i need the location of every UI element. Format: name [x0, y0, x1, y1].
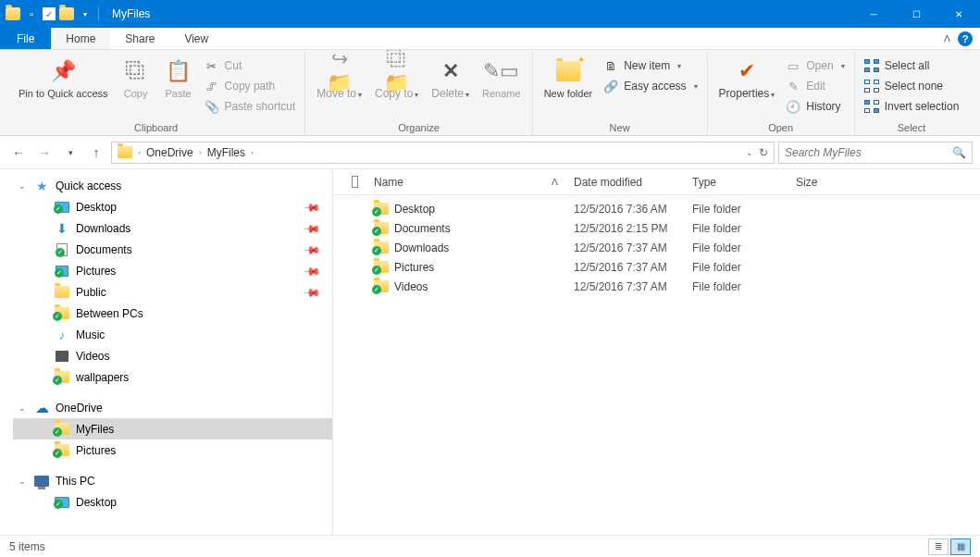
twisty-icon[interactable]: ⌄: [17, 403, 28, 413]
file-row[interactable]: Documents12/5/2016 2:15 PMFile folder: [333, 218, 980, 238]
crumb-sep-icon[interactable]: ›: [138, 148, 141, 157]
group-open: ✔Properties▾ ▭Open▾ ✎Edit 🕘History Open: [708, 53, 855, 135]
moveto-label: Move to: [316, 87, 356, 100]
view-details-button[interactable]: ≣: [928, 538, 949, 555]
select-none-button[interactable]: Select none: [861, 77, 963, 95]
folder-sync-icon: [54, 442, 70, 459]
group-organize-label: Organize: [311, 120, 526, 135]
new-folder-button[interactable]: New folder: [539, 55, 599, 102]
invert-selection-button[interactable]: Invert selection: [861, 97, 963, 116]
crumb-sep-icon[interactable]: ›: [199, 148, 202, 157]
crumb-sep-icon[interactable]: ›: [251, 148, 254, 157]
tree-item-myfiles[interactable]: MyFiles: [13, 418, 332, 439]
navigation-tree[interactable]: ⌄★Quick accessDesktop📌⬇Downloads📌Documen…: [0, 169, 333, 535]
tree-item-onedrive[interactable]: ⌄☁OneDrive: [13, 397, 332, 418]
pin-icon: 📌: [48, 56, 78, 86]
tree-item-quick-access[interactable]: ⌄★Quick access: [13, 175, 332, 196]
folder-sync-icon: [54, 305, 70, 322]
view-icons-button[interactable]: ▦: [950, 538, 971, 555]
tree-item-videos[interactable]: Videos: [13, 345, 332, 366]
select-all-button[interactable]: Select all: [861, 56, 963, 75]
tree-item-label: Desktop: [76, 496, 117, 509]
pin-to-quick-access-button[interactable]: 📌 Pin to Quick access: [13, 55, 114, 102]
open-button[interactable]: ▭Open▾: [782, 56, 848, 75]
tab-home[interactable]: Home: [51, 28, 110, 49]
search-box[interactable]: 🔍: [778, 142, 973, 164]
tree-item-desktop[interactable]: Desktop: [13, 491, 332, 513]
breadcrumb-myfiles[interactable]: MyFiles: [204, 146, 249, 159]
paste-button[interactable]: 📋 Paste: [158, 55, 199, 102]
breadcrumb-onedrive[interactable]: OneDrive: [143, 146, 197, 159]
tree-item-between-pcs[interactable]: Between PCs: [13, 303, 332, 324]
copy-path-button[interactable]: 🖇Copy path: [201, 77, 300, 95]
recent-dropdown[interactable]: ▾: [59, 142, 81, 164]
column-date[interactable]: Date modified: [566, 169, 685, 194]
pin-label: Pin to Quick access: [19, 88, 108, 100]
app-folder-icon: [6, 7, 20, 20]
paste-shortcut-button[interactable]: 📎Paste shortcut: [201, 97, 300, 116]
copy-to-button[interactable]: ⿻📁Copy to▾: [369, 55, 424, 103]
column-checkbox[interactable]: [344, 169, 366, 194]
minimize-button[interactable]: ─: [852, 0, 895, 28]
twisty-icon[interactable]: ⌄: [17, 477, 28, 486]
column-size[interactable]: Size: [788, 169, 872, 194]
group-select-label: Select: [861, 120, 963, 135]
back-button[interactable]: ←: [7, 142, 30, 164]
file-row[interactable]: Desktop12/5/2016 7:36 AMFile folder: [333, 199, 980, 218]
delete-label: Delete: [431, 87, 464, 100]
column-type[interactable]: Type: [685, 169, 788, 194]
qat-checkbox-icon[interactable]: ✓: [43, 7, 56, 20]
search-input[interactable]: [785, 146, 952, 159]
history-button[interactable]: 🕘History: [782, 97, 848, 116]
tree-item-this-pc[interactable]: ⌄This PC: [13, 470, 332, 491]
delete-button[interactable]: ✕Delete▾: [426, 55, 475, 103]
address-dropdown-icon[interactable]: ⌄: [746, 148, 753, 157]
twisty-icon[interactable]: ⌄: [17, 181, 28, 191]
paste-icon: 📋: [164, 56, 193, 86]
ribbon-collapse-icon[interactable]: ᐱ: [944, 33, 950, 43]
search-icon[interactable]: 🔍: [952, 146, 966, 159]
tree-item-downloads[interactable]: ⬇Downloads📌: [13, 217, 332, 239]
edit-button[interactable]: ✎Edit: [782, 77, 848, 95]
properties-button[interactable]: ✔Properties▾: [713, 55, 781, 103]
tree-item-pictures[interactable]: Pictures: [13, 439, 332, 461]
tree-item-wallpapers[interactable]: wallpapers: [13, 366, 332, 388]
file-row[interactable]: Videos12/5/2016 7:37 AMFile folder: [333, 277, 980, 296]
new-item-button[interactable]: 🗎New item▾: [600, 56, 701, 75]
help-icon[interactable]: ?: [958, 31, 973, 46]
address-bar[interactable]: › OneDrive › MyFiles › ⌄ ↻: [111, 142, 775, 164]
maximize-button[interactable]: ☐: [895, 0, 937, 28]
pc-icon: [33, 473, 50, 489]
column-name[interactable]: Nameᐱ: [366, 169, 566, 194]
tab-view[interactable]: View: [169, 28, 223, 49]
rename-button[interactable]: ✎▭Rename: [477, 55, 527, 102]
cut-button[interactable]: ✂Cut: [201, 56, 300, 75]
file-row[interactable]: Pictures12/5/2016 7:37 AMFile folder: [333, 257, 980, 277]
file-name: Pictures: [394, 261, 434, 274]
file-row[interactable]: Downloads12/5/2016 7:37 AMFile folder: [333, 238, 980, 257]
open-label: Open: [806, 59, 833, 72]
refresh-icon[interactable]: ↻: [759, 146, 768, 159]
up-button[interactable]: ↑: [85, 142, 107, 164]
tree-item-music[interactable]: ♪Music: [13, 324, 332, 345]
tree-item-label: Music: [76, 328, 105, 341]
move-to-button[interactable]: ↪📁Move to▾: [311, 55, 367, 103]
forward-button[interactable]: →: [33, 142, 56, 164]
qat-dropdown-icon[interactable]: ▾: [78, 6, 93, 21]
newitem-label: New item: [624, 59, 670, 72]
tree-item-desktop[interactable]: Desktop📌: [13, 196, 332, 217]
ribbon: 📌 Pin to Quick access ⿻ Copy 📋 Paste ✂Cu…: [0, 50, 980, 136]
qat-properties-icon[interactable]: ▫: [24, 6, 39, 21]
tab-share[interactable]: Share: [110, 28, 169, 49]
tab-file[interactable]: File: [0, 28, 51, 49]
file-list[interactable]: Desktop12/5/2016 7:36 AMFile folderDocum…: [333, 195, 980, 535]
tree-item-pictures[interactable]: Pictures📌: [13, 260, 332, 281]
easy-access-button[interactable]: 🔗Easy access▾: [600, 77, 701, 95]
tree-item-public[interactable]: Public📌: [13, 281, 332, 303]
copy-button[interactable]: ⿻ Copy: [116, 55, 156, 102]
invert-label: Invert selection: [885, 100, 960, 113]
close-button[interactable]: ✕: [937, 0, 980, 28]
qat-newfolder-icon[interactable]: [59, 7, 74, 20]
newfolder-label: New folder: [544, 88, 593, 100]
tree-item-documents[interactable]: Documents📌: [13, 239, 332, 260]
